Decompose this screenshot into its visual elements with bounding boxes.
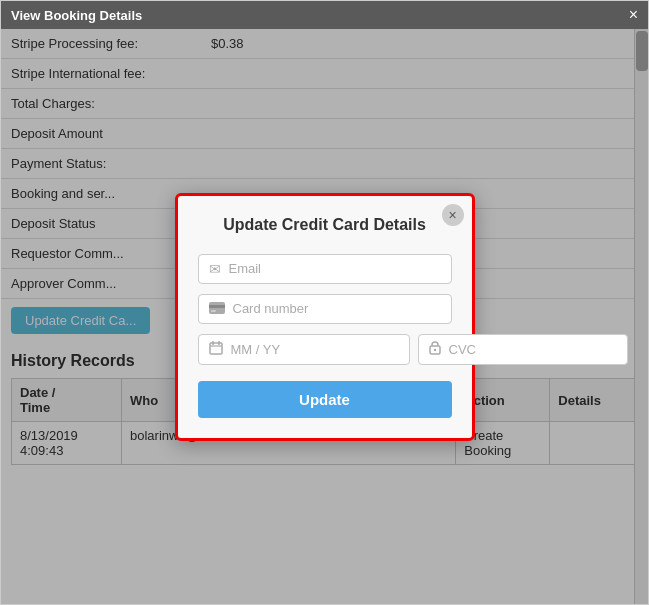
svg-rect-2 [211, 310, 216, 312]
modal-close-button[interactable]: × [442, 204, 464, 226]
email-field-container: ✉ [198, 254, 452, 284]
cvc-input[interactable] [449, 342, 617, 357]
cvc-field-container [418, 334, 628, 365]
card-icon [209, 301, 225, 317]
svg-rect-3 [210, 343, 222, 354]
modal-overlay: × Update Credit Card Details ✉ [1, 29, 648, 604]
expiry-field-container [198, 334, 410, 365]
window-title: View Booking Details [11, 8, 142, 23]
card-number-field-container [198, 294, 452, 324]
modal-update-button[interactable]: Update [198, 381, 452, 418]
card-number-input[interactable] [233, 301, 441, 316]
lock-icon [429, 341, 441, 358]
svg-point-8 [433, 348, 435, 350]
card-details-row [198, 334, 452, 365]
svg-rect-1 [209, 305, 225, 308]
modal-title: Update Credit Card Details [198, 216, 452, 234]
titlebar: View Booking Details × [1, 1, 648, 29]
main-window: View Booking Details × Stripe Processing… [0, 0, 649, 605]
update-credit-card-modal: × Update Credit Card Details ✉ [175, 193, 475, 441]
window-close-button[interactable]: × [629, 7, 638, 23]
email-input[interactable] [229, 261, 441, 276]
calendar-icon [209, 341, 223, 358]
email-icon: ✉ [209, 261, 221, 277]
expiry-input[interactable] [231, 342, 399, 357]
background-content: Stripe Processing fee: $0.38 Stripe Inte… [1, 29, 648, 604]
